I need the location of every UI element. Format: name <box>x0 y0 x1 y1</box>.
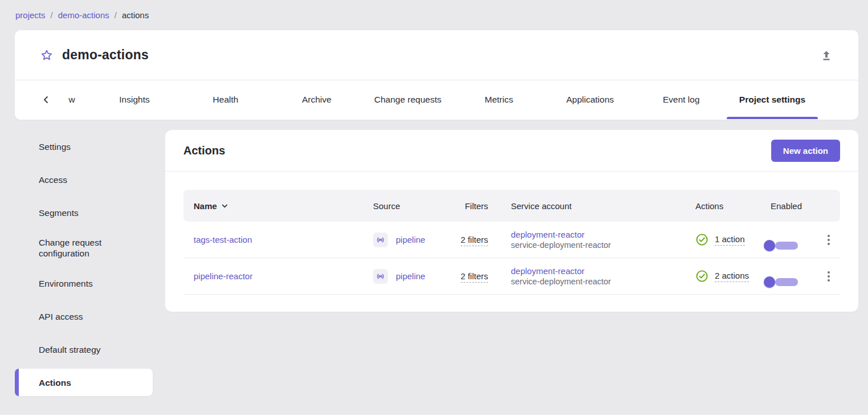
project-header: demo-actions <box>15 30 858 80</box>
sidebar-item-change-request-configuration[interactable]: Change request configuration <box>15 229 153 267</box>
action-name-link[interactable]: pipeline-reactor <box>194 271 252 281</box>
project-tabs: w Insights Health Archive Change request… <box>15 80 858 119</box>
sidebar-item-api-access[interactable]: API access <box>15 300 153 333</box>
tab-project-settings[interactable]: Project settings <box>727 80 818 119</box>
column-header-source: Source <box>363 201 445 211</box>
check-circle-icon <box>695 233 709 246</box>
column-header-name[interactable]: Name <box>183 201 363 211</box>
sidebar-item-access[interactable]: Access <box>15 163 153 196</box>
settings-sidebar: Settings Access Segments Change request … <box>15 130 153 399</box>
table-header-row: Name Source Filters Service account Acti… <box>183 190 840 222</box>
tabs-scroll-left-icon[interactable] <box>38 80 55 119</box>
tab-metrics[interactable]: Metrics <box>453 80 544 119</box>
sort-chevron-down-icon <box>220 202 229 210</box>
breadcrumb-separator: / <box>51 10 53 20</box>
actions-count[interactable]: 2 actions <box>715 271 749 282</box>
actions-panel: Actions New action Name Source Filters S… <box>165 130 858 312</box>
filters-count[interactable]: 2 filters <box>461 235 488 246</box>
row-menu-kebab-icon[interactable] <box>824 268 833 285</box>
tab-health[interactable]: Health <box>180 80 271 119</box>
column-header-service-account: Service account <box>488 201 689 211</box>
row-menu-kebab-icon[interactable] <box>824 231 833 248</box>
service-account-subtext: service-deployment-reactor <box>511 277 689 286</box>
new-action-button[interactable]: New action <box>771 140 840 162</box>
column-header-name-label: Name <box>194 201 217 211</box>
service-account-subtext: service-deployment-reactor <box>511 240 689 250</box>
actions-panel-header: Actions New action <box>165 130 858 172</box>
toggle-track <box>775 278 798 286</box>
table-row: pipeline-reactor pipeline 2 filters depl… <box>183 258 840 295</box>
service-account-link[interactable]: deployment-reactor <box>511 266 689 276</box>
project-header-card: demo-actions w Insights Health Archive C… <box>15 30 858 120</box>
sidebar-item-actions[interactable]: Actions <box>15 369 153 396</box>
tab-overview-partial[interactable]: w <box>55 80 89 119</box>
breadcrumb-link-project[interactable]: demo-actions <box>58 10 109 20</box>
source-link[interactable]: pipeline <box>396 235 425 244</box>
sidebar-item-settings[interactable]: Settings <box>15 130 153 163</box>
actions-table: Name Source Filters Service account Acti… <box>183 190 840 295</box>
action-name-link[interactable]: tags-test-action <box>194 235 252 244</box>
sidebar-item-segments[interactable]: Segments <box>15 196 153 229</box>
table-row: tags-test-action pipeline 2 filters depl… <box>183 222 840 258</box>
page-title: demo-actions <box>62 47 149 63</box>
actions-count[interactable]: 1 action <box>715 234 745 246</box>
tab-event-log[interactable]: Event log <box>636 80 727 119</box>
check-circle-icon <box>695 270 709 283</box>
signal-source-icon <box>373 269 388 284</box>
panel-title: Actions <box>183 144 225 157</box>
column-header-actions: Actions <box>689 201 763 211</box>
tab-archive[interactable]: Archive <box>271 80 362 119</box>
toggle-track <box>775 242 798 250</box>
signal-source-icon <box>373 233 388 247</box>
tab-change-requests[interactable]: Change requests <box>362 80 453 119</box>
source-link[interactable]: pipeline <box>396 271 425 281</box>
export-upload-icon[interactable] <box>817 46 836 64</box>
sidebar-item-environments[interactable]: Environments <box>15 267 153 300</box>
breadcrumb-link-projects[interactable]: projects <box>15 10 46 20</box>
breadcrumb-current: actions <box>122 10 149 20</box>
sidebar-item-default-strategy[interactable]: Default strategy <box>15 333 153 366</box>
toggle-thumb <box>764 240 775 251</box>
service-account-link[interactable]: deployment-reactor <box>511 230 689 239</box>
tab-insights[interactable]: Insights <box>89 80 180 119</box>
tab-applications[interactable]: Applications <box>544 80 636 119</box>
filters-count[interactable]: 2 filters <box>461 271 488 283</box>
breadcrumb: projects / demo-actions / actions <box>15 10 149 20</box>
toggle-thumb <box>764 276 775 288</box>
column-header-filters: Filters <box>445 201 488 211</box>
favorite-star-icon[interactable] <box>39 47 55 63</box>
breadcrumb-separator: / <box>114 10 117 20</box>
column-header-enabled: Enabled <box>763 201 817 211</box>
